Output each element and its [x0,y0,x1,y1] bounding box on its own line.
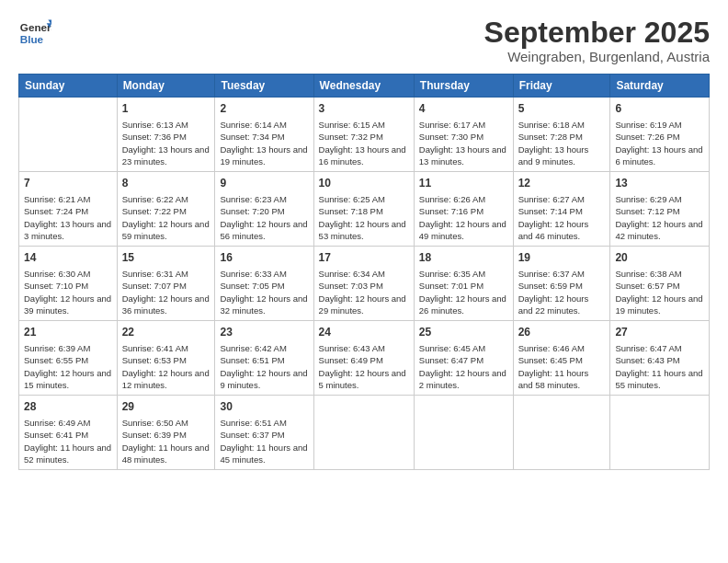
table-cell: 7Sunrise: 6:21 AMSunset: 7:24 PMDaylight… [19,172,118,247]
sunset-text: Sunset: 6:51 PM [220,354,308,366]
table-cell: 19Sunrise: 6:37 AMSunset: 6:59 PMDayligh… [513,247,610,321]
table-cell: 1Sunrise: 6:13 AMSunset: 7:36 PMDaylight… [117,98,215,172]
sunset-text: Sunset: 7:34 PM [220,131,308,143]
table-cell: 2Sunrise: 6:14 AMSunset: 7:34 PMDaylight… [215,98,313,172]
sunrise-text: Sunrise: 6:27 AM [518,193,606,205]
calendar-subtitle: Weingraben, Burgenland, Austria [484,49,710,64]
daylight-text: Daylight: 12 hours and 49 minutes. [419,218,508,243]
cell-content: 20Sunrise: 6:38 AMSunset: 6:57 PMDayligh… [615,250,704,316]
cell-content: 28Sunrise: 6:49 AMSunset: 6:41 PMDayligh… [24,399,112,465]
sunrise-text: Sunrise: 6:37 AM [518,268,606,280]
daylight-text: Daylight: 13 hours and 23 minutes. [122,144,210,168]
calendar-table: Sunday Monday Tuesday Wednesday Thursday… [18,74,710,470]
cell-content: 2Sunrise: 6:14 AMSunset: 7:34 PMDaylight… [220,101,308,167]
week-row-1: 1Sunrise: 6:13 AMSunset: 7:36 PMDaylight… [19,98,710,172]
sunset-text: Sunset: 6:45 PM [518,354,606,366]
sunrise-text: Sunrise: 6:23 AM [220,193,308,205]
sunset-text: Sunset: 7:16 PM [419,205,508,217]
svg-text:Blue: Blue [20,33,44,45]
day-number: 23 [220,325,308,340]
sunset-text: Sunset: 7:20 PM [220,205,308,217]
col-tuesday: Tuesday [215,75,313,98]
col-saturday: Saturday [610,75,710,98]
sunset-text: Sunset: 7:07 PM [122,280,210,292]
cell-content: 7Sunrise: 6:21 AMSunset: 7:24 PMDaylight… [24,176,112,242]
table-cell: 18Sunrise: 6:35 AMSunset: 7:01 PMDayligh… [414,247,513,321]
day-number: 27 [615,325,704,340]
cell-content: 17Sunrise: 6:34 AMSunset: 7:03 PMDayligh… [319,250,409,316]
cell-content: 6Sunrise: 6:19 AMSunset: 7:26 PMDaylight… [615,101,704,167]
col-monday: Monday [117,75,215,98]
sunset-text: Sunset: 7:26 PM [615,131,704,143]
sunrise-text: Sunrise: 6:39 AM [24,342,112,354]
cell-content: 15Sunrise: 6:31 AMSunset: 7:07 PMDayligh… [122,250,210,316]
week-row-4: 21Sunrise: 6:39 AMSunset: 6:55 PMDayligh… [19,321,710,396]
day-number: 2 [220,101,308,117]
day-number: 9 [220,176,308,191]
sunset-text: Sunset: 7:18 PM [319,205,409,217]
sunset-text: Sunset: 6:37 PM [220,429,308,441]
table-cell: 9Sunrise: 6:23 AMSunset: 7:20 PMDaylight… [215,172,313,247]
table-cell [19,98,118,172]
table-cell: 4Sunrise: 6:17 AMSunset: 7:30 PMDaylight… [414,98,513,172]
logo-icon: General Blue [18,17,51,50]
title-block: September 2025 Weingraben, Burgenland, A… [484,17,710,64]
day-number: 1 [122,101,210,117]
table-cell: 15Sunrise: 6:31 AMSunset: 7:07 PMDayligh… [117,247,215,321]
sunset-text: Sunset: 7:32 PM [319,131,409,143]
day-number: 28 [24,399,112,415]
table-cell: 11Sunrise: 6:26 AMSunset: 7:16 PMDayligh… [414,172,513,247]
sunset-text: Sunset: 6:55 PM [24,354,112,366]
day-number: 3 [319,101,409,117]
sunrise-text: Sunrise: 6:29 AM [615,193,704,205]
day-number: 30 [220,399,308,415]
table-cell: 27Sunrise: 6:47 AMSunset: 6:43 PMDayligh… [610,321,710,396]
daylight-text: Daylight: 13 hours and 19 minutes. [220,144,308,168]
header-row: Sunday Monday Tuesday Wednesday Thursday… [19,75,710,98]
day-number: 21 [24,325,112,340]
header: General Blue September 2025 Weingraben, … [18,17,710,64]
table-cell: 25Sunrise: 6:45 AMSunset: 6:47 PMDayligh… [414,321,513,396]
daylight-text: Daylight: 12 hours and 5 minutes. [319,367,409,392]
cell-content: 23Sunrise: 6:42 AMSunset: 6:51 PMDayligh… [220,325,308,391]
day-number: 4 [419,101,508,117]
table-cell: 10Sunrise: 6:25 AMSunset: 7:18 PMDayligh… [313,172,414,247]
sunrise-text: Sunrise: 6:50 AM [122,417,210,429]
sunset-text: Sunset: 7:12 PM [615,205,704,217]
sunset-text: Sunset: 7:28 PM [518,131,606,143]
col-wednesday: Wednesday [313,75,414,98]
col-thursday: Thursday [414,75,513,98]
sunrise-text: Sunrise: 6:19 AM [615,119,704,131]
sunset-text: Sunset: 6:49 PM [319,354,409,366]
sunrise-text: Sunrise: 6:42 AM [220,342,308,354]
daylight-text: Daylight: 11 hours and 58 minutes. [518,367,606,392]
cell-content: 24Sunrise: 6:43 AMSunset: 6:49 PMDayligh… [319,325,409,391]
sunrise-text: Sunrise: 6:49 AM [24,417,112,429]
cell-content: 3Sunrise: 6:15 AMSunset: 7:32 PMDaylight… [319,101,409,167]
day-number: 8 [122,176,210,191]
page: General Blue September 2025 Weingraben, … [0,0,728,563]
sunrise-text: Sunrise: 6:46 AM [518,342,606,354]
sunrise-text: Sunrise: 6:30 AM [24,268,112,280]
table-cell: 6Sunrise: 6:19 AMSunset: 7:26 PMDaylight… [610,98,710,172]
daylight-text: Daylight: 12 hours and 46 minutes. [518,218,606,243]
day-number: 26 [518,325,606,340]
daylight-text: Daylight: 12 hours and 12 minutes. [122,367,210,392]
daylight-text: Daylight: 13 hours and 9 minutes. [518,144,606,168]
day-number: 16 [220,250,308,266]
table-cell: 29Sunrise: 6:50 AMSunset: 6:39 PMDayligh… [117,396,215,470]
table-cell: 24Sunrise: 6:43 AMSunset: 6:49 PMDayligh… [313,321,414,396]
table-cell: 8Sunrise: 6:22 AMSunset: 7:22 PMDaylight… [117,172,215,247]
cell-content: 27Sunrise: 6:47 AMSunset: 6:43 PMDayligh… [615,325,704,391]
daylight-text: Daylight: 12 hours and 42 minutes. [615,218,704,243]
table-cell: 13Sunrise: 6:29 AMSunset: 7:12 PMDayligh… [610,172,710,247]
daylight-text: Daylight: 13 hours and 13 minutes. [419,144,508,168]
table-cell: 30Sunrise: 6:51 AMSunset: 6:37 PMDayligh… [215,396,313,470]
cell-content: 8Sunrise: 6:22 AMSunset: 7:22 PMDaylight… [122,176,210,242]
sunset-text: Sunset: 7:36 PM [122,131,210,143]
daylight-text: Daylight: 12 hours and 15 minutes. [24,367,112,392]
sunset-text: Sunset: 7:05 PM [220,280,308,292]
cell-content: 21Sunrise: 6:39 AMSunset: 6:55 PMDayligh… [24,325,112,391]
day-number: 24 [319,325,409,340]
sunset-text: Sunset: 6:59 PM [518,280,606,292]
